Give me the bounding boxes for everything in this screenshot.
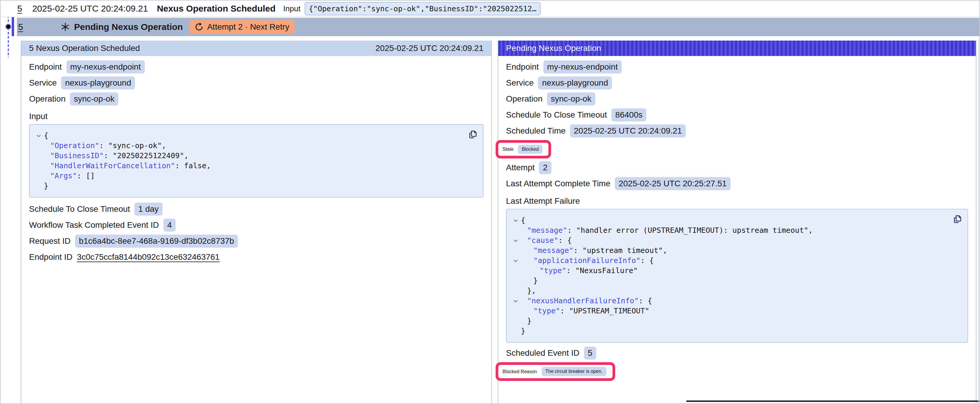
field-label-service: Service [29,78,57,88]
field-row-attempt: Attempt2 [506,161,968,174]
json-line-content: "HandlerWaitForCancellation": false, [44,161,211,171]
json-line: } [33,181,465,191]
field-row-last-attempt-complete-time: Last Attempt Complete Time2025-02-25 UTC… [506,177,968,190]
right-panel-body: Endpointmy-nexus-endpointServicenexus-pl… [498,56,976,381]
json-line: } [510,276,950,286]
retry-attempt-badge: Attempt 2 · Next Retry [189,20,294,34]
json-line: "message": "upstream timeout", [510,246,950,256]
json-line-content: } [521,276,538,286]
failure-json-viewer: {"message": "handler error (UPSTREAM_TIM… [506,209,968,343]
copy-icon[interactable] [468,129,478,140]
field-value-scheduled-time: 2025-02-25 UTC 20:24:09.21 [570,124,686,138]
field-value-service: nexus-playground [538,76,612,89]
chevron-spacer [510,225,521,236]
event-row-nexus-operation-scheduled[interactable]: 5 2025-02-25 UTC 20:24:09.21 Nexus Opera… [1,1,979,17]
field-row-schedule-to-close-timeout: Schedule To Close Timeout86400s [506,108,968,122]
field-row-endpoint: Endpointmy-nexus-endpoint [29,60,484,74]
chevron-spacer [510,246,521,256]
collapse-chevron-icon[interactable] [510,236,521,246]
left-panel-body: Endpointmy-nexus-endpointServicenexus-pl… [21,56,491,264]
collapse-chevron-icon[interactable] [33,131,44,141]
field-value-scheduled-event-id: 5 [584,347,597,360]
json-line-content: { [521,215,525,225]
chevron-spacer [33,161,44,171]
field-label-blocked-reason: Blocked Reason [503,369,537,374]
retry-icon [194,22,204,32]
chevron-spacer [33,171,44,181]
scrollbar-track[interactable] [978,39,979,403]
chevron-spacer [33,141,44,151]
json-line-content: "cause": { [521,236,572,246]
json-line-content: "Args": [] [44,171,95,181]
json-line-content: "type": "UPSTREAM_TIMEOUT" [521,306,649,316]
timeline-selected-dot[interactable] [6,24,11,29]
field-row-service: Servicenexus-playground [29,76,484,90]
json-line: } [510,326,950,336]
chevron-spacer [510,276,521,286]
chevron-spacer [510,266,521,276]
chevron-spacer [510,316,521,326]
field-value-operation: sync-op-ok [547,92,595,105]
right-panel-fields-bottom: Scheduled Event ID5Blocked ReasonThe cir… [506,346,968,380]
right-panel-fields-top: Endpointmy-nexus-endpointServicenexus-pl… [506,60,968,190]
json-line: "BusinessID": "20250225122409", [33,151,465,161]
pending-event-id-link[interactable]: 5 [18,22,23,32]
chevron-spacer [510,286,521,296]
json-line-content: } [521,326,525,336]
json-line-content: }, [521,286,536,296]
json-line-content: } [44,181,48,191]
input-json-viewer: {"Operation": "sync-op-ok","BusinessID":… [29,124,484,198]
field-label-scheduled-time: Scheduled Time [506,126,566,136]
field-value-endpoint-id[interactable]: 3c0c75ccfa8144b092c13ce632463761 [77,252,220,262]
collapse-chevron-icon[interactable] [510,215,521,225]
collapse-chevron-icon[interactable] [510,296,521,306]
field-label-service: Service [506,78,534,88]
field-value-endpoint: my-nexus-endpoint [543,60,622,73]
highlight-annotation: StateBlocked [496,140,551,158]
right-panel-header: Pending Nexus Operation [498,41,976,56]
json-line: "Operation": "sync-op-ok", [33,141,465,151]
collapse-chevron-icon[interactable] [510,256,521,266]
json-line: "applicationFailureInfo": { [510,256,950,266]
field-label-operation: Operation [29,94,65,104]
json-line: "message": "handler error (UPSTREAM_TIME… [510,225,950,236]
json-line: { [510,215,950,225]
highlight-annotation: Blocked ReasonThe circuit breaker is ope… [496,362,615,380]
field-row-workflow-task-completed-event-id: Workflow Task Completed Event ID4 [29,218,484,232]
json-line-content: "message": "handler error (UPSTREAM_TIME… [521,225,813,236]
field-row-operation: Operationsync-op-ok [506,92,968,106]
input-section-label: Input [29,112,484,121]
copy-icon[interactable] [952,214,963,225]
field-value-operation: sync-op-ok [70,92,118,105]
field-row-scheduled-time: Scheduled Time2025-02-25 UTC 20:24:09.21 [506,124,968,138]
asterisk-icon [60,22,70,32]
field-value-workflow-task-completed-event-id: 4 [164,219,176,231]
field-label-scheduled-event-id: Scheduled Event ID [506,348,579,358]
left-panel-fields-bottom: Schedule To Close Timeout1 dayWorkflow T… [29,202,484,264]
json-line-content: } [521,316,531,326]
field-row-state: StateBlocked [506,140,968,158]
field-row-endpoint: Endpointmy-nexus-endpoint [506,60,968,74]
right-panel-title: Pending Nexus Operation [506,44,601,53]
field-row-operation: Operationsync-op-ok [29,92,484,106]
field-value-state: Blocked [518,145,542,154]
event-title: Nexus Operation Scheduled [157,3,275,14]
field-value-endpoint: my-nexus-endpoint [67,60,145,73]
field-row-request-id: Request IDb1c6a4bc-8ee7-468a-9169-df3b02… [29,234,484,248]
field-label-endpoint-id: Endpoint ID [29,252,72,262]
event-input-label: Input [283,4,301,13]
field-row-schedule-to-close-timeout: Schedule To Close Timeout1 day [29,202,484,216]
event-id-link[interactable]: 5 [17,3,22,14]
json-line: "type": "NexusFailure" [510,266,950,276]
field-row-blocked-reason: Blocked ReasonThe circuit breaker is ope… [506,362,968,380]
last-attempt-failure-label: Last Attempt Failure [506,196,968,206]
chevron-spacer [33,181,44,191]
left-panel-header: 5 Nexus Operation Scheduled 2025-02-25 U… [21,41,491,56]
json-line: }, [510,286,950,296]
window-bottom-edge [686,401,979,402]
field-label-schedule-to-close-timeout: Schedule To Close Timeout [506,110,607,120]
field-value-blocked-reason: The circuit breaker is open. [542,367,606,376]
pending-event-title: Pending Nexus Operation [74,22,183,32]
json-line-content: "BusinessID": "20250225122409", [44,151,189,161]
pending-nexus-operation-row[interactable]: 5 Pending Nexus Operation Attempt 2 · Ne… [17,18,979,36]
